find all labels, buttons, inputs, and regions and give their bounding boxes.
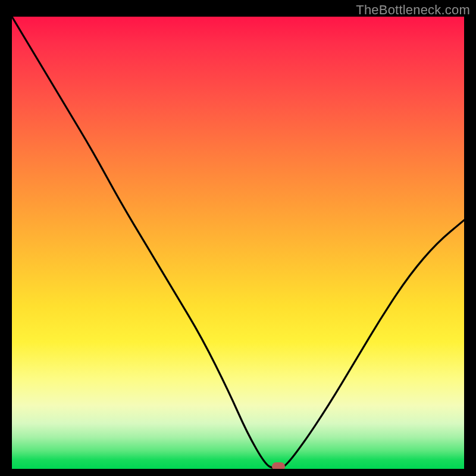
plot-area — [12, 17, 464, 469]
bottleneck-curve-path — [12, 17, 464, 469]
chart-frame: TheBottleneck.com — [0, 0, 476, 476]
optimal-point-marker — [272, 462, 285, 469]
curve-layer — [12, 17, 464, 469]
watermark-text: TheBottleneck.com — [356, 2, 470, 18]
